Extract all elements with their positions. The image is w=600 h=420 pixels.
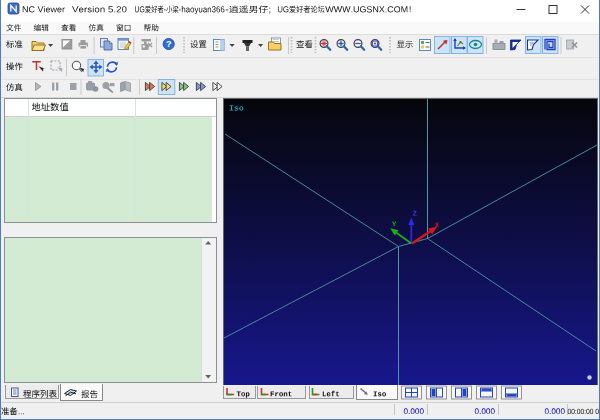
svg-text:?: ? — [166, 39, 172, 49]
